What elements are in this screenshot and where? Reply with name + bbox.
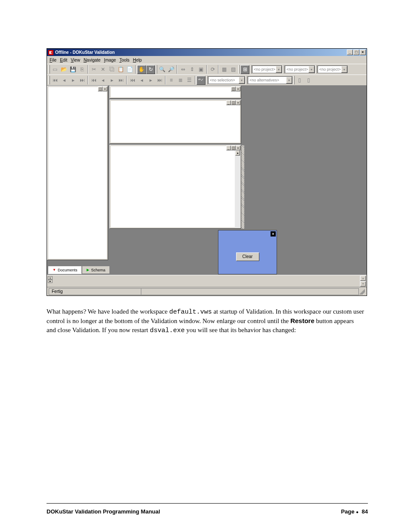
view1-icon[interactable]: ▦ [220, 65, 229, 74]
pane-close-icon[interactable]: × [103, 87, 107, 91]
toolbar-grip[interactable] [246, 76, 247, 84]
menubar: File Edit View Navigate Image Tools Help [47, 56, 367, 64]
chevron-down-icon[interactable]: ▾ [308, 66, 314, 73]
maximize-button[interactable]: □ [353, 50, 359, 55]
delete-icon[interactable]: ✕ [98, 65, 107, 74]
next-icon[interactable]: ▸ [68, 76, 78, 85]
menu-image[interactable]: Image [104, 58, 116, 62]
page-footer: DOKuStar Validation Programming Manual P… [47, 508, 368, 515]
client-area: ◫ × ◫ × _ ◫ × [47, 85, 367, 275]
toolbar-grip[interactable] [48, 76, 50, 84]
scroll-up-icon[interactable]: ▴ [235, 150, 240, 156]
align1-icon[interactable]: ≡ [167, 76, 176, 85]
scrollbar[interactable]: ▴ [235, 150, 240, 228]
new-icon[interactable]: ▭ [50, 65, 59, 74]
footer-left: DOKuStar Validation Programming Manual [47, 508, 160, 515]
clear-button[interactable]: Clear [236, 252, 259, 261]
toolbar-grip[interactable] [156, 65, 157, 74]
resize-grip-icon[interactable] [359, 289, 365, 295]
pane-restore-icon[interactable]: ◫ [98, 87, 103, 91]
align3-icon[interactable]: ☰ [185, 76, 194, 85]
panel-close-icon[interactable]: × [271, 231, 276, 236]
pane-restore-icon[interactable]: ◫ [231, 87, 236, 91]
field-pane: ◫ × [109, 86, 241, 99]
menu-file[interactable]: File [50, 58, 56, 62]
copy-icon[interactable]: ⿻ [107, 65, 116, 74]
scrollbar[interactable]: ▴ ▾ [360, 276, 366, 286]
tab-documents[interactable]: ▼Documents [48, 266, 82, 274]
menu-tools[interactable]: Tools [119, 58, 129, 62]
pane-min-icon[interactable]: _ [226, 100, 231, 105]
alternatives-combo[interactable]: <no alternatives>▾ [248, 76, 293, 84]
cut-icon[interactable]: ✂ [89, 65, 98, 74]
fitwidth-icon[interactable]: ⇔ [178, 65, 187, 74]
toolbar-grip[interactable] [315, 65, 317, 74]
chevron-down-icon[interactable]: ▾ [341, 66, 347, 73]
align2-icon[interactable]: ≣ [176, 76, 185, 85]
output-expand-icon[interactable]: ▸ [48, 280, 53, 283]
toolbar-grip[interactable] [48, 65, 50, 74]
refresh-icon[interactable]: ↻ [146, 65, 155, 74]
rotate-icon[interactable]: ⟳ [208, 65, 217, 74]
next2-icon[interactable]: ▸ [107, 76, 116, 85]
pane-restore-icon[interactable]: ◫ [231, 146, 236, 150]
paste2-icon[interactable]: 📄 [125, 65, 134, 74]
doc1-icon[interactable]: ▯ [295, 76, 304, 85]
pane-close-icon[interactable]: × [236, 87, 240, 91]
menu-navigate[interactable]: Navigate [84, 58, 100, 62]
pane-restore-icon[interactable]: ◫ [231, 100, 236, 105]
scroll-up-icon[interactable]: ▴ [360, 276, 366, 281]
pane-close-icon[interactable]: × [236, 100, 240, 105]
toolbar-grip[interactable] [250, 65, 252, 74]
fitpage-icon[interactable]: ▣ [196, 65, 206, 74]
minimize-button[interactable]: _ [347, 50, 353, 55]
next3-icon[interactable]: ▸ [146, 76, 155, 85]
splitter[interactable] [241, 145, 244, 229]
app-window: ◧ Offline - DOKuStar Validation _ □ × Fi… [47, 48, 367, 296]
toolbar-grip[interactable] [238, 65, 240, 74]
toolbar-grip[interactable] [206, 76, 208, 84]
pane-min-icon[interactable]: _ [226, 146, 231, 150]
save-icon[interactable]: 💾 [68, 65, 78, 74]
first3-icon[interactable]: ⏮ [128, 76, 137, 85]
open-icon[interactable]: 📂 [59, 65, 68, 74]
last2-icon[interactable]: ⏭ [116, 76, 125, 85]
last-icon[interactable]: ⏭ [78, 76, 87, 85]
project-combo-1[interactable]: <no project>▾ [252, 65, 282, 73]
view2-icon[interactable]: ▨ [229, 65, 238, 74]
pane-close-icon[interactable]: × [236, 146, 240, 150]
zoomin-icon[interactable]: 🔍 [158, 65, 167, 74]
prev3-icon[interactable]: ◂ [137, 76, 146, 85]
last3-icon[interactable]: ⏭ [155, 76, 164, 85]
hand-icon[interactable]: ✋ [137, 65, 146, 74]
output-close-icon[interactable]: × [48, 276, 53, 280]
prev-icon[interactable]: ◂ [59, 76, 68, 85]
menu-edit[interactable]: Edit [60, 58, 67, 62]
tab-strip: ▼Documents ▶Schema [48, 266, 110, 274]
close-button[interactable]: × [360, 50, 366, 55]
scroll-down-icon[interactable]: ▾ [360, 281, 366, 286]
fitheight-icon[interactable]: ⇕ [187, 65, 196, 74]
toolbar-grip[interactable] [293, 76, 295, 84]
project-combo-3[interactable]: <no project>▾ [318, 65, 348, 73]
menu-help[interactable]: Help [133, 58, 142, 62]
chevron-down-icon[interactable]: ▾ [286, 77, 292, 84]
menu-view[interactable]: View [71, 58, 80, 62]
paste-icon[interactable]: 📋 [116, 65, 125, 74]
project-combo-2[interactable]: <no project>▾ [285, 65, 315, 73]
chevron-down-icon[interactable]: ▾ [239, 77, 245, 84]
output-pane: × ▸ ▴ ▾ [47, 275, 367, 287]
selection-combo[interactable]: <no selection>▾ [208, 76, 245, 84]
spellcheck-icon[interactable]: ᵃᵇ✓ [196, 76, 206, 85]
prev2-icon[interactable]: ◂ [98, 76, 107, 85]
first2-icon[interactable]: ⏮ [89, 76, 98, 85]
first-icon[interactable]: ⏮ [50, 76, 59, 85]
toolbar-grip[interactable] [283, 65, 284, 74]
toggle-icon[interactable]: ⊞ [240, 65, 249, 74]
tree-pane: ◫ × [47, 86, 108, 260]
chevron-down-icon[interactable]: ▾ [276, 66, 282, 73]
zoomout-icon[interactable]: 🔎 [167, 65, 176, 74]
tab-schema[interactable]: ▶Schema [82, 266, 110, 274]
doc2-icon[interactable]: ▯ [304, 76, 313, 85]
saveall-icon[interactable]: ⎘ [78, 65, 87, 74]
